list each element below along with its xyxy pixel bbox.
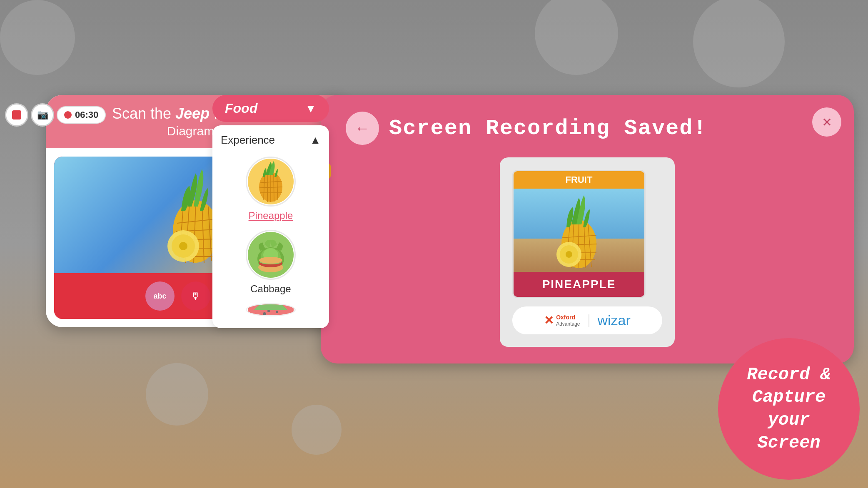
food-list-header: Experience ▲ <box>212 129 329 152</box>
recording-dot <box>64 111 72 119</box>
deco-circle-5 <box>292 405 342 455</box>
mic-button[interactable]: 🎙 <box>181 281 210 311</box>
right-panel: ← Screen Recording Saved! ✕ FRUIT <box>321 95 854 364</box>
pineapple-icon <box>248 159 294 204</box>
abc-label: abc <box>153 292 166 301</box>
list-item[interactable]: Pineapple <box>212 152 329 226</box>
screen-recording-title: Screen Recording Saved! <box>389 116 707 141</box>
back-button[interactable]: ← <box>346 112 379 145</box>
svg-line-19 <box>274 174 274 202</box>
cabbage-name: Cabbage <box>250 283 291 295</box>
abc-button[interactable]: abc <box>145 281 175 311</box>
preview-card: FRUIT <box>512 170 646 298</box>
stop-icon <box>12 110 21 120</box>
preview-card-label: FRUIT <box>514 171 644 189</box>
pineapple-circle <box>246 157 296 207</box>
cta-circle: Record &CaptureyourScreen <box>718 338 860 480</box>
svg-point-36 <box>267 310 270 312</box>
pineapple-name: Pineapple <box>249 210 293 222</box>
svg-point-31 <box>259 257 282 264</box>
svg-point-35 <box>271 315 274 316</box>
camera-button[interactable]: 📷 <box>31 103 54 127</box>
card-preview-area: FRUIT <box>500 157 675 347</box>
wizar-logo: wizar <box>598 312 631 329</box>
deco-circle-4 <box>146 363 208 426</box>
card-preview-container: FRUIT <box>346 157 829 347</box>
title-prefix: Scan the <box>112 105 175 122</box>
back-icon: ← <box>355 120 370 137</box>
wizar-label: wizar <box>598 312 631 328</box>
oxford-logo: ✕ Oxford Advantage <box>544 314 580 327</box>
deco-circle-3 <box>693 0 785 87</box>
cta-text: Record &CaptureyourScreen <box>747 364 831 454</box>
food-list: Experience ▲ <box>212 125 329 328</box>
experience-label: Experience <box>221 134 275 147</box>
close-icon: ✕ <box>822 115 832 129</box>
deco-circle-1 <box>0 0 75 75</box>
title-bold: Jeep <box>175 105 210 122</box>
mic-icon: 🎙 <box>191 290 201 302</box>
list-item[interactable] <box>212 299 329 324</box>
recording-bar: 📷 06:30 <box>0 100 111 130</box>
preview-pineapple <box>550 192 608 269</box>
close-button[interactable]: ✕ <box>812 107 841 137</box>
timer-text: 06:30 <box>75 110 98 120</box>
food-label: Food <box>225 101 257 116</box>
collapse-icon[interactable]: ▲ <box>310 134 321 147</box>
cabbage-icon <box>248 232 294 278</box>
right-panel-header: ← Screen Recording Saved! ✕ <box>346 112 829 145</box>
preview-card-name: PINEAPPLE <box>514 272 644 297</box>
dropdown-arrow: ▼ <box>305 102 317 115</box>
svg-point-37 <box>276 311 278 313</box>
svg-point-13 <box>179 242 187 250</box>
camera-icon: 📷 <box>37 110 48 120</box>
list-item[interactable]: Cabbage <box>212 226 329 299</box>
brand-bar: ✕ Oxford Advantage wizar <box>512 306 662 334</box>
middle-panel: Food ▼ Experience ▲ <box>212 95 329 328</box>
stop-button[interactable] <box>5 103 28 127</box>
svg-point-50 <box>566 251 572 258</box>
oxford-x-icon: ✕ <box>544 314 554 327</box>
watermelon-icon <box>248 303 294 316</box>
oxford-text: Oxford Advantage <box>556 314 580 327</box>
watermelon-circle <box>246 303 296 316</box>
cabbage-circle <box>246 230 296 280</box>
svg-point-34 <box>263 312 266 316</box>
preview-card-image <box>514 189 644 272</box>
brand-divider <box>589 314 589 327</box>
timer-display: 06:30 <box>57 106 106 124</box>
food-dropdown[interactable]: Food ▼ <box>212 95 329 122</box>
